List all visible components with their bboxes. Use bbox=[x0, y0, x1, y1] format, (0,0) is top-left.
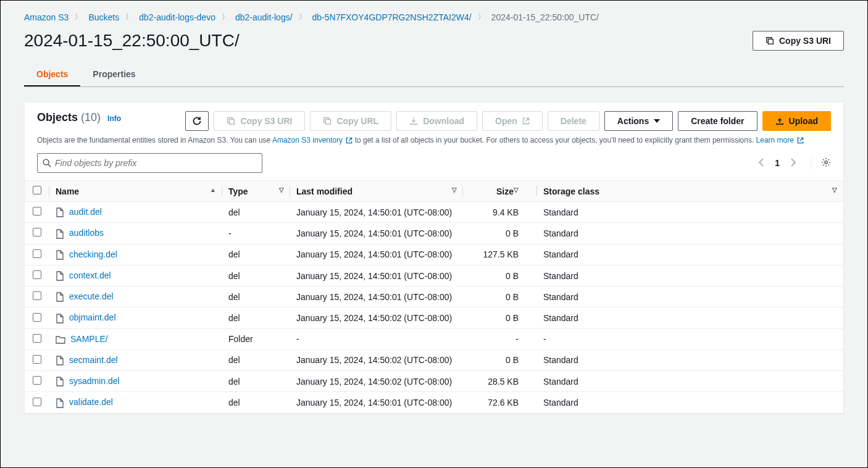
delete-button[interactable]: Delete bbox=[548, 111, 599, 131]
breadcrumb: Amazon S3〉Buckets〉db2-audit-logs-devo〉db… bbox=[24, 12, 844, 22]
row-checkbox[interactable] bbox=[33, 270, 41, 279]
cell-size: 28.5 KB bbox=[463, 371, 537, 392]
cell-storage: - bbox=[537, 328, 843, 349]
create-folder-label: Create folder bbox=[691, 116, 744, 126]
column-type-label: Type bbox=[228, 186, 248, 196]
upload-label: Upload bbox=[789, 116, 818, 126]
panel-title: Objects (10) bbox=[37, 111, 104, 123]
object-name-link[interactable]: auditlobs bbox=[69, 228, 104, 238]
column-modified[interactable]: Last modified▽ bbox=[290, 181, 463, 202]
row-checkbox[interactable] bbox=[33, 228, 41, 236]
open-button[interactable]: Open bbox=[482, 111, 543, 131]
inventory-link-text: Amazon S3 inventory bbox=[272, 136, 343, 144]
column-storage[interactable]: Storage class▽ bbox=[537, 181, 843, 202]
copy-url-button[interactable]: Copy URL bbox=[310, 111, 391, 131]
upload-icon bbox=[775, 117, 784, 125]
breadcrumb-item[interactable]: Amazon S3 bbox=[24, 12, 69, 22]
breadcrumb-item[interactable]: db2-audit-logs/ bbox=[235, 12, 293, 22]
row-checkbox[interactable] bbox=[33, 398, 41, 406]
cell-modified: - bbox=[290, 328, 463, 349]
object-name-link[interactable]: context.del bbox=[69, 270, 111, 280]
objects-table: Name▲ Type▽ Last modified▽ Size▽ Storage… bbox=[25, 180, 843, 413]
object-name-link[interactable]: secmaint.del bbox=[69, 355, 118, 365]
table-row: auditlobs-January 15, 2024, 14:50:01 (UT… bbox=[25, 223, 843, 244]
cell-modified: January 15, 2024, 14:50:02 (UTC-08:00) bbox=[290, 371, 463, 392]
cell-storage: Standard bbox=[537, 223, 843, 244]
column-type[interactable]: Type▽ bbox=[222, 181, 290, 202]
object-name-link[interactable]: SAMPLE/ bbox=[70, 334, 108, 344]
cell-type: del bbox=[222, 349, 290, 370]
prev-page-button[interactable] bbox=[759, 158, 765, 169]
external-link-icon bbox=[522, 117, 530, 125]
object-name-link[interactable]: audit.del bbox=[69, 207, 102, 217]
cell-type: del bbox=[222, 307, 290, 328]
column-name-label: Name bbox=[56, 186, 79, 196]
cell-modified: January 15, 2024, 14:50:01 (UTC-08:00) bbox=[290, 244, 463, 265]
cell-modified: January 15, 2024, 14:50:02 (UTC-08:00) bbox=[290, 307, 463, 328]
sort-icon: ▽ bbox=[832, 186, 837, 193]
file-icon bbox=[56, 356, 64, 366]
row-checkbox[interactable] bbox=[33, 249, 41, 258]
row-checkbox[interactable] bbox=[33, 334, 41, 343]
row-checkbox[interactable] bbox=[33, 291, 41, 300]
breadcrumb-item[interactable]: db-5N7FXOY4GDP7RG2NSH2ZTAI2W4/ bbox=[312, 12, 472, 22]
learn-more-link[interactable]: Learn more bbox=[756, 136, 804, 144]
svg-point-3 bbox=[43, 159, 49, 165]
delete-label: Delete bbox=[561, 116, 586, 126]
cell-modified: January 15, 2024, 14:50:02 (UTC-08:00) bbox=[290, 349, 463, 370]
upload-button[interactable]: Upload bbox=[762, 111, 831, 131]
object-name-link[interactable]: checking.del bbox=[69, 249, 117, 259]
column-name[interactable]: Name▲ bbox=[49, 181, 222, 202]
select-all-checkbox[interactable] bbox=[33, 186, 41, 194]
file-icon bbox=[56, 377, 64, 387]
cell-type: del bbox=[222, 371, 290, 392]
breadcrumb-item: 2024-01-15_22:50:00_UTC/ bbox=[491, 12, 599, 22]
copy-s3-uri-toolbar-button[interactable]: Copy S3 URI bbox=[214, 111, 305, 131]
object-name-link[interactable]: sysadmin.del bbox=[69, 376, 120, 386]
breadcrumb-item[interactable]: Buckets bbox=[88, 12, 119, 22]
select-all-header[interactable] bbox=[25, 181, 49, 202]
table-row: checking.deldelJanuary 15, 2024, 14:50:0… bbox=[25, 244, 843, 265]
folder-icon bbox=[56, 335, 65, 344]
copy-icon bbox=[766, 36, 774, 45]
settings-button[interactable] bbox=[811, 157, 831, 169]
row-checkbox[interactable] bbox=[33, 313, 41, 322]
open-label: Open bbox=[495, 116, 517, 126]
cell-size: 127.5 KB bbox=[463, 244, 537, 265]
copy-s3-uri-button[interactable]: Copy S3 URI bbox=[753, 31, 844, 51]
search-input[interactable] bbox=[55, 158, 257, 168]
table-row: audit.deldelJanuary 15, 2024, 14:50:01 (… bbox=[25, 202, 843, 223]
object-name-link[interactable]: execute.del bbox=[69, 291, 114, 301]
cell-type: del bbox=[222, 286, 290, 307]
row-checkbox[interactable] bbox=[33, 376, 41, 385]
column-size-label: Size bbox=[496, 186, 514, 196]
file-icon bbox=[56, 250, 64, 260]
column-size[interactable]: Size▽ bbox=[463, 181, 537, 202]
breadcrumb-item[interactable]: db2-audit-logs-devo bbox=[139, 12, 215, 22]
next-page-button[interactable] bbox=[790, 158, 796, 169]
cell-storage: Standard bbox=[537, 265, 843, 286]
inventory-link[interactable]: Amazon S3 inventory bbox=[272, 136, 353, 144]
chevron-right-icon bbox=[790, 158, 796, 167]
table-row: secmaint.deldelJanuary 15, 2024, 14:50:0… bbox=[25, 349, 843, 370]
table-row: SAMPLE/Folder--- bbox=[25, 328, 843, 349]
create-folder-button[interactable]: Create folder bbox=[678, 111, 757, 131]
file-icon bbox=[56, 271, 64, 281]
row-checkbox[interactable] bbox=[33, 207, 41, 215]
actions-button[interactable]: Actions bbox=[604, 111, 673, 131]
cell-modified: January 15, 2024, 14:50:01 (UTC-08:00) bbox=[290, 286, 463, 307]
object-name-link[interactable]: validate.del bbox=[69, 397, 113, 407]
tab-objects[interactable]: Objects bbox=[24, 63, 80, 86]
tab-properties[interactable]: Properties bbox=[80, 63, 148, 86]
cell-size: - bbox=[463, 328, 537, 349]
cell-size: 72.6 KB bbox=[463, 392, 537, 413]
search-input-wrapper[interactable] bbox=[37, 153, 262, 173]
cell-modified: January 15, 2024, 14:50:01 (UTC-08:00) bbox=[290, 392, 463, 413]
refresh-button[interactable] bbox=[185, 111, 209, 131]
object-name-link[interactable]: objmaint.del bbox=[69, 312, 116, 322]
info-link[interactable]: Info bbox=[107, 114, 121, 123]
download-button[interactable]: Download bbox=[396, 111, 477, 131]
row-checkbox[interactable] bbox=[33, 355, 41, 364]
page-number: 1 bbox=[775, 158, 780, 168]
cell-size: 0 B bbox=[463, 265, 537, 286]
